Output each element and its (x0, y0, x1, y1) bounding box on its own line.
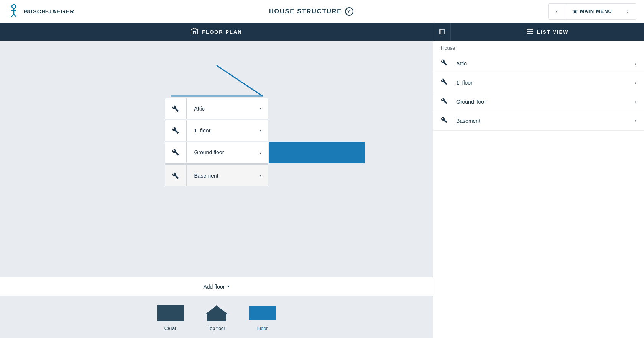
attic-wrench-icon (165, 98, 187, 119)
floor-plan-area: Attic › 1. floor › (0, 41, 433, 277)
star-icon: ★ (572, 8, 578, 15)
floor-plan-icon (191, 28, 198, 36)
list-view-panel: LIST VIEW House Attic › 1. floor › (433, 23, 644, 338)
attic-arrow: › (254, 98, 268, 119)
attic-list-label: Attic (452, 60, 635, 67)
floor-plan-panel: FLOOR PLAN Attic › (0, 23, 433, 338)
first-floor-list-arrow: › (635, 80, 636, 85)
basement-list-arrow: › (635, 118, 636, 124)
svg-rect-10 (207, 314, 226, 321)
attic-list-arrow: › (635, 60, 636, 66)
list-item-attic[interactable]: Attic › (433, 54, 644, 73)
house-roof (159, 64, 274, 98)
svg-line-4 (14, 14, 16, 17)
first-floor-label: 1. floor (187, 120, 254, 141)
floor-type-cellar[interactable]: Cellar (155, 304, 186, 331)
cellar-shape (157, 305, 184, 321)
floor-label: Floor (257, 326, 268, 331)
basement-list-label: Basement (452, 118, 635, 124)
attic-label: Attic (187, 98, 254, 119)
floor-icon (247, 304, 278, 323)
main-layout: FLOOR PLAN Attic › (0, 23, 644, 338)
nav-buttons: ‹ ★ MAIN MENU › (548, 3, 636, 20)
top-floor-icon (201, 304, 232, 323)
svg-rect-12 (440, 29, 441, 34)
floor-plan-title: FLOOR PLAN (202, 29, 242, 35)
logo-text: BUSCH-JAEGER (24, 8, 74, 15)
chevron-down-icon: ▾ (227, 284, 230, 289)
top-floor-shape (203, 304, 230, 323)
floor-rows: Attic › 1. floor › (165, 98, 268, 186)
house-diagram: Attic › 1. floor › (121, 64, 312, 187)
list-section-label: House (433, 41, 644, 54)
collapse-button[interactable] (433, 23, 451, 41)
floor-type-floor[interactable]: Floor (247, 304, 278, 331)
logo-area: BUSCH-JAEGER (8, 3, 74, 19)
ground-floor-list-arrow: › (635, 99, 636, 105)
header: BUSCH-JAEGER HOUSE STRUCTURE ? ‹ ★ MAIN … (0, 0, 644, 23)
list-view-title-text: LIST VIEW (537, 29, 569, 35)
list-view-content: House Attic › 1. floor › (433, 41, 644, 131)
ground-floor-list-wrench-icon (441, 98, 452, 106)
svg-line-3 (12, 14, 14, 17)
floor-row-basement[interactable]: Basement › (165, 165, 268, 186)
floor-plan-header: FLOOR PLAN (0, 23, 433, 41)
first-floor-list-label: 1. floor (452, 80, 635, 86)
floor-type-top-floor[interactable]: Top floor (201, 304, 232, 331)
floor-row-attic[interactable]: Attic › (165, 98, 268, 119)
main-menu-button[interactable]: ★ MAIN MENU (565, 4, 619, 19)
svg-marker-9 (205, 305, 228, 314)
cellar-label: Cellar (164, 326, 176, 331)
first-floor-wrench-icon (165, 120, 187, 141)
basement-wrench-icon (165, 165, 187, 186)
ground-floor-arrow: › (254, 142, 268, 163)
first-floor-arrow: › (254, 120, 268, 141)
list-item-ground-floor[interactable]: Ground floor › (433, 92, 644, 111)
list-view-icon (526, 29, 533, 35)
help-icon[interactable]: ? (345, 7, 353, 16)
ground-floor-list-label: Ground floor (452, 99, 635, 105)
list-item-first-floor[interactable]: 1. floor › (433, 73, 644, 92)
ground-floor-label: Ground floor (187, 142, 254, 163)
floor-row-ground-floor[interactable]: Ground floor › (165, 142, 268, 163)
basement-arrow: › (254, 165, 268, 186)
main-menu-label: MAIN MENU (580, 8, 612, 14)
cellar-icon (155, 304, 186, 323)
forward-button[interactable]: › (619, 4, 636, 19)
basement-label: Basement (187, 165, 254, 186)
page-title-text: HOUSE STRUCTURE (269, 8, 342, 15)
list-view-header: LIST VIEW (433, 23, 644, 41)
top-floor-label: Top floor (207, 326, 225, 331)
floor-shape (249, 306, 276, 320)
attic-list-wrench-icon (441, 59, 452, 68)
basement-list-wrench-icon (441, 117, 452, 125)
add-floor-bar[interactable]: Add floor ▾ (0, 277, 433, 296)
page-title: HOUSE STRUCTURE ? (269, 7, 353, 16)
add-floor-label: Add floor (203, 284, 225, 290)
floor-row-first-floor[interactable]: 1. floor › (165, 120, 268, 141)
list-view-title: LIST VIEW (451, 29, 644, 35)
logo-icon (8, 3, 20, 19)
list-item-basement[interactable]: Basement › (433, 111, 644, 131)
first-floor-list-wrench-icon (441, 78, 452, 87)
ground-floor-highlight (269, 142, 365, 163)
ground-floor-wrench-icon (165, 142, 187, 163)
floor-types-bar: Cellar Top floor Floor (0, 296, 433, 338)
back-button[interactable]: ‹ (549, 4, 565, 19)
svg-point-0 (12, 5, 16, 8)
